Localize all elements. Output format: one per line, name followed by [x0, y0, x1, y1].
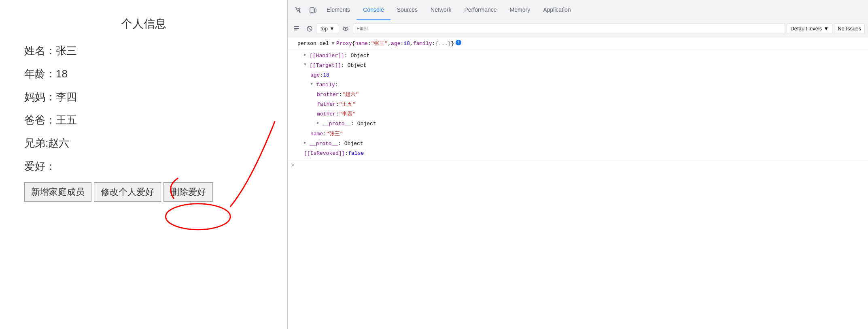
context-selector[interactable]: top ▼ [317, 24, 338, 34]
eye-icon[interactable] [340, 23, 351, 34]
stop-icon[interactable] [304, 23, 315, 34]
svg-rect-6 [294, 30, 297, 30]
tab-memory[interactable]: Memory [503, 0, 537, 20]
console-toolbar: top ▼ Default levels ▼ No Issues [288, 20, 868, 37]
proxy-label: Proxy [336, 40, 352, 48]
tab-performance[interactable]: Performance [458, 0, 503, 20]
delete-hobby-button[interactable]: 删除爱好 [163, 182, 213, 202]
handler-expand-icon[interactable]: ▶ [304, 51, 309, 56]
svg-rect-4 [294, 26, 299, 27]
target-line: ▼ [[Target]] : Object [297, 61, 865, 70]
tab-elements[interactable]: Elements [320, 0, 357, 20]
console-prompt-input[interactable] [296, 162, 865, 168]
expand-triangle[interactable]: ▼ [331, 40, 335, 48]
proxy-name-key: name [355, 40, 368, 48]
proto-family-expand-icon[interactable]: ▶ [317, 120, 322, 124]
father-line: father : "王五" [297, 100, 865, 109]
log-prefix: person del [297, 40, 329, 48]
mother-line: mother : "李四" [297, 109, 865, 119]
page-title: 个人信息 [24, 16, 263, 32]
field-hobby: 爱好： [24, 159, 263, 173]
device-toolbar-icon[interactable] [306, 3, 320, 17]
proxy-family-key: family [413, 40, 432, 48]
field-mother: 妈妈：李四 [24, 90, 263, 104]
no-issues-button[interactable]: No Issues [834, 24, 865, 34]
proxy-name-val: "张三" [371, 40, 388, 48]
proxy-age-val: 18 [403, 40, 410, 48]
buttons-row: 新增家庭成员 修改个人爱好 删除爱好 [24, 182, 263, 202]
svg-line-8 [308, 27, 311, 30]
info-icon[interactable]: i [456, 40, 461, 45]
field-brother: 兄弟:赵六 [24, 136, 263, 150]
proxy-age-key: age [391, 40, 400, 48]
svg-rect-2 [314, 9, 316, 12]
brother-line: brother : "赵六" [297, 90, 865, 100]
svg-point-10 [345, 28, 346, 30]
context-dropdown-icon: ▼ [329, 26, 335, 32]
add-family-button[interactable]: 新增家庭成员 [24, 182, 91, 202]
proto-target-expand-icon[interactable]: ▶ [304, 139, 309, 144]
console-tree: ▶ [[Handler]] : Object ▼ [[Target]] : Ob… [288, 49, 868, 160]
tab-network[interactable]: Network [424, 0, 458, 20]
clear-console-icon[interactable] [291, 23, 302, 34]
tab-sources[interactable]: Sources [390, 0, 424, 20]
inspect-element-icon[interactable] [291, 3, 306, 17]
svg-point-0 [166, 204, 230, 230]
console-output: person del ▼ Proxy { name : "张三" , age :… [288, 37, 868, 329]
tab-console[interactable]: Console [357, 0, 390, 20]
default-levels-dropdown-icon: ▼ [823, 26, 829, 32]
proxy-brace-open: { [352, 40, 355, 48]
handler-line: ▶ [[Handler]] : Object [297, 51, 865, 61]
field-age: 年龄：18 [24, 67, 263, 81]
console-prompt: > [288, 160, 868, 170]
proxy-family-val: {...} [435, 40, 451, 48]
devtools-tab-bar: Elements Console Sources Network Perform… [288, 0, 868, 20]
devtools-panel: Elements Console Sources Network Perform… [287, 0, 868, 329]
is-revoked-line: [[IsRevoked]] : false [297, 149, 865, 158]
left-panel: 个人信息 姓名：张三 年龄：18 妈妈：李四 爸爸：王五 兄弟:赵六 爱好： 新… [0, 0, 287, 329]
filter-input[interactable] [353, 24, 785, 34]
proto-family-line: ▶ __proto__ : Object [297, 119, 865, 129]
edit-hobby-button[interactable]: 修改个人爱好 [94, 182, 161, 202]
age-line: age : 18 [297, 70, 865, 80]
family-expand-icon[interactable]: ▼ [310, 81, 315, 85]
target-expand-icon[interactable]: ▼ [304, 61, 309, 66]
family-line: ▼ family : [297, 80, 865, 90]
svg-rect-5 [294, 28, 299, 29]
field-name: 姓名：张三 [24, 44, 263, 58]
tab-application[interactable]: Application [537, 0, 577, 20]
prompt-arrow-icon: > [291, 162, 294, 169]
proto-target-line: ▶ __proto__ : Object [297, 139, 865, 149]
field-father: 爸爸：王五 [24, 113, 263, 127]
console-log-line: person del ▼ Proxy { name : "张三" , age :… [288, 39, 868, 49]
name-line: name : "张三" [297, 129, 865, 139]
default-levels-button[interactable]: Default levels ▼ [787, 24, 832, 34]
